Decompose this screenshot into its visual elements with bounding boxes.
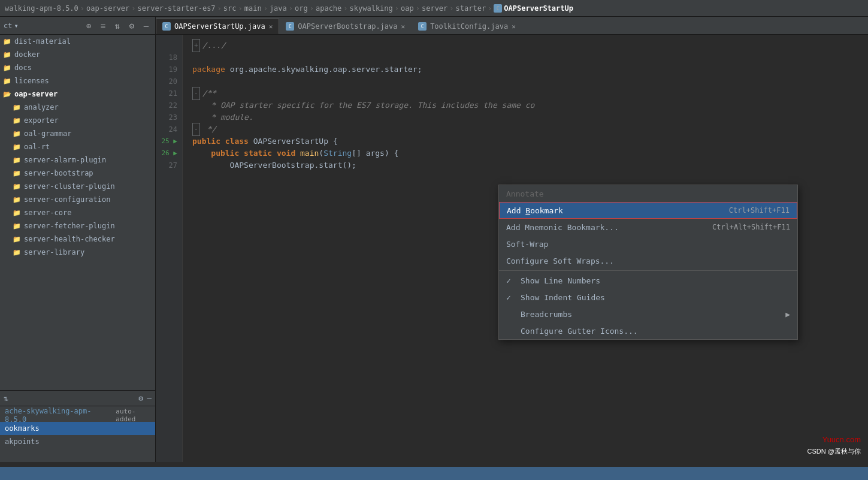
menu-item-breadcrumbs[interactable]: ✓ Breadcrumbs ▶ [499, 306, 797, 322]
menu-item-configure-gutter-icons[interactable]: ✓ Configure Gutter Icons... [499, 322, 797, 339]
tab-oap-bootstrap[interactable]: C OAPServerBootstrap.java ✕ [279, 19, 412, 34]
bottom-item-bookmarks[interactable]: ookmarks [0, 422, 155, 435]
breadcrumb-item[interactable]: walking-apm-8.5.0 [5, 4, 78, 13]
breadcrumb-item-current[interactable]: OAPServerStartUp [504, 4, 573, 13]
breadcrumb-sep: › [80, 4, 84, 13]
code-text: OAPServerStartUp { [253, 135, 338, 147]
menu-item-configure-soft-wraps[interactable]: Configure Soft Wraps... [499, 252, 797, 269]
sidebar-dropdown-label: ct [4, 22, 12, 30]
breadcrumb-item[interactable]: starter [456, 4, 486, 13]
sidebar-dropdown[interactable]: ct ▾ [4, 22, 19, 30]
close-panel-icon[interactable]: — [141, 20, 152, 31]
menu-item-show-indent-guides[interactable]: ✓ Show Indent Guides [499, 289, 797, 306]
code-text: */ [202, 123, 216, 135]
sidebar-item-label: server-library [24, 248, 84, 256]
close-tab-icon[interactable]: ✕ [269, 23, 273, 31]
breadcrumb-item[interactable]: java [270, 4, 287, 13]
sidebar-item-label: oal-rt [24, 143, 50, 151]
menu-item-add-mnemonic-bookmark[interactable]: Add Mnemonic Bookmark... Ctrl+Alt+Shift+… [499, 219, 797, 236]
sidebar-item-server-alarm-plugin[interactable]: 📁 server-alarm-plugin [0, 153, 155, 167]
menu-item-annotate[interactable]: Annotate [499, 185, 797, 202]
breadcrumb-sep: › [310, 4, 314, 13]
menu-item-show-line-numbers[interactable]: ✓ Show Line Numbers [499, 272, 797, 289]
menu-item-label-area: Add Bookmark [507, 206, 563, 215]
menu-item-label-area: Add Mnemonic Bookmark... [506, 223, 619, 232]
bottom-item-cache[interactable]: ache-skywalking-apm-8.5.0 auto-added [0, 409, 155, 422]
folder-icon: 📁 [2, 37, 12, 46]
sidebar-item-analyzer[interactable]: 📁 analyzer [0, 101, 155, 114]
expand-all-icon[interactable]: ⇅ [112, 20, 123, 31]
sidebar-item-oal-rt[interactable]: 📁 oal-rt [0, 140, 155, 153]
sidebar-item-oal-grammar[interactable]: 📁 oal-grammar [0, 127, 155, 140]
code-text: package [192, 64, 230, 76]
breadcrumb-item[interactable]: org [295, 4, 308, 13]
sidebar-item-server-library[interactable]: 📁 server-library [0, 246, 155, 259]
menu-item-label-area: ✓ Breadcrumbs [506, 310, 572, 319]
code-line-24: - */ [192, 123, 863, 135]
code-line-18 [192, 52, 863, 64]
close-tab-icon[interactable]: ✕ [401, 23, 406, 31]
close-tab-icon[interactable]: ✕ [512, 23, 516, 31]
breadcrumb-item[interactable]: oap-server [86, 4, 129, 13]
locate-icon[interactable]: ⊕ [83, 20, 94, 31]
chevron-down-icon: ▾ [14, 22, 18, 30]
sidebar-item-docker[interactable]: 📁 docker [0, 48, 155, 61]
collapse-all-icon[interactable]: ≡ [98, 20, 108, 31]
sidebar-item-server-core[interactable]: 📁 server-core [0, 206, 155, 219]
sidebar-item-exporter[interactable]: 📁 exporter [0, 114, 155, 127]
code-line-27: OAPServerBootstrap.start(); [192, 159, 863, 171]
menu-item-soft-wrap[interactable]: Soft-Wrap [499, 236, 797, 252]
sidebar-item-server-fetcher-plugin[interactable]: 📁 server-fetcher-plugin [0, 219, 155, 233]
code-text: org.apache.skywalking.oap.server.starter… [230, 64, 422, 76]
menu-item-label-area: ✓ Configure Gutter Icons... [506, 327, 638, 336]
java-file-icon: C [286, 22, 294, 31]
sidebar-item-docs[interactable]: 📁 docs [0, 61, 155, 74]
menu-item-label-area: Soft-Wrap [506, 240, 548, 249]
breadcrumb-item[interactable]: server [422, 4, 447, 13]
breadcrumb-item[interactable]: skywalking [350, 4, 393, 13]
code-line-20 [192, 76, 863, 87]
code-text: void [277, 147, 300, 159]
folder-icon: 📁 [12, 247, 22, 257]
sidebar-item-server-bootstrap[interactable]: 📁 server-bootstrap [0, 167, 155, 180]
menu-item-add-bookmark[interactable]: Add Bookmark Ctrl+Shift+F11 [499, 202, 797, 219]
breadcrumb-item[interactable]: server-starter-es7 [138, 4, 216, 13]
settings-icon[interactable]: ⚙ [126, 20, 137, 31]
sidebar-item-dist-material[interactable]: 📁 dist-material [0, 35, 155, 48]
line-num-26[interactable]: 26 ▶ [156, 147, 182, 159]
sidebar-item-server-cluster-plugin[interactable]: 📁 server-cluster-plugin [0, 180, 155, 193]
sidebar-item-server-configuration[interactable]: 📁 server-configuration [0, 193, 155, 206]
tab-oap-server-startup[interactable]: C OAPServerStartUp.java ✕ [156, 19, 279, 34]
settings-icon-bottom[interactable]: ⚙ [138, 394, 143, 403]
tab-toolkit-config[interactable]: C ToolkitConfig.java ✕ [412, 19, 522, 34]
sidebar-item-label: oal-grammar [24, 129, 71, 138]
folder-icon: 📁 [2, 63, 12, 73]
bottom-item-breakpoints[interactable]: akpoints [0, 435, 155, 448]
sidebar-item-oap-server[interactable]: 📂 oap-server [0, 87, 155, 101]
breadcrumb-sep: › [131, 4, 135, 13]
menu-item-label-area: Configure Soft Wraps... [506, 256, 614, 265]
tab-label: ToolkitConfig.java [430, 22, 508, 31]
breadcrumb-item[interactable]: apache [316, 4, 341, 13]
collapse-icon[interactable]: ⇅ [4, 394, 8, 403]
line-num-25[interactable]: 25 ▶ [156, 135, 182, 147]
sidebar-item-licenses[interactable]: 📁 licenses [0, 74, 155, 87]
sidebar-tree: 📁 dist-material 📁 docker 📁 docs 📁 licens… [0, 35, 155, 390]
tab-bar: C OAPServerStartUp.java ✕ C OAPServerBoo… [156, 17, 868, 35]
menu-item-label: Add Bookmark [507, 206, 563, 215]
sidebar-item-label: server-bootstrap [24, 169, 93, 177]
code-text: * OAP starter specific for the ES7 stora… [192, 99, 534, 111]
line-numbers: 18 19 20 21 22 23 24 25 ▶ 26 ▶ 27 [156, 35, 183, 462]
breadcrumb-item[interactable]: main [244, 4, 262, 13]
code-text: /.../ [202, 40, 226, 52]
sidebar-item-server-health-checker[interactable]: 📁 server-health-checker [0, 233, 155, 246]
line-num-24: 24 [156, 123, 182, 135]
menu-item-label-area: ✓ Show Line Numbers [506, 276, 600, 285]
watermark-yuucn: Yuucn.com [822, 435, 861, 444]
breadcrumb-item[interactable]: src [223, 4, 237, 13]
close-bottom-icon[interactable]: — [147, 394, 152, 403]
code-text: OAPServerBootstrap.start(); [192, 159, 356, 171]
empty-check: ✓ [506, 327, 515, 336]
line-num-20: 20 [156, 76, 182, 87]
breadcrumb-item[interactable]: oap [401, 4, 414, 13]
